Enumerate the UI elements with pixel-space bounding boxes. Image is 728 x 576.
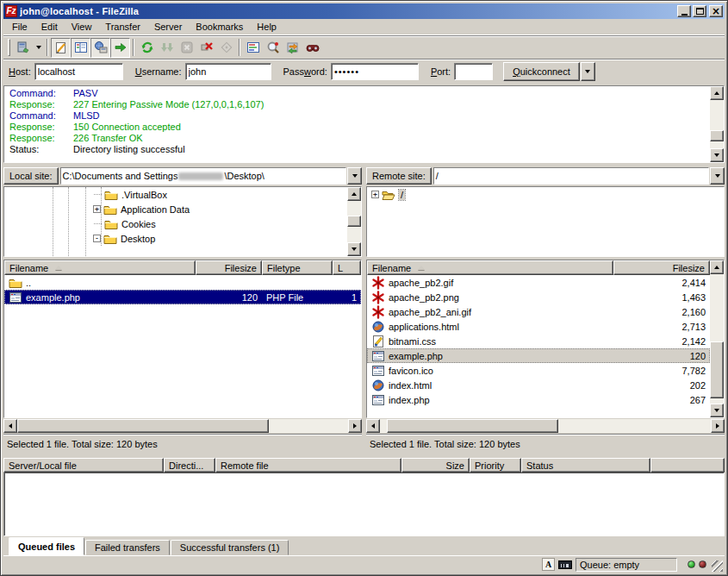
column-header-filesize[interactable]: Filesize: [196, 260, 262, 275]
local-site-combo[interactable]: C:\Documents and Settings\Desktop\: [60, 167, 346, 185]
file-row[interactable]: bitnami.css 2,142: [367, 334, 710, 348]
scroll-left-button[interactable]: [366, 419, 380, 433]
toggle-remote-tree-button[interactable]: [90, 38, 110, 58]
local-file-list: Filename Filesize Filetype L .. example.…: [3, 260, 362, 418]
file-row[interactable]: applications.html 2,713: [367, 319, 710, 334]
scroll-right-button[interactable]: [348, 419, 362, 433]
column-header-server-local-file[interactable]: Server/Local file: [3, 458, 164, 473]
refresh-icon: [140, 41, 154, 54]
tab-failed-transfers[interactable]: Failed transfers: [85, 540, 170, 555]
site-manager-button[interactable]: [13, 38, 33, 58]
scrollbar-thumb[interactable]: [387, 419, 559, 433]
find-files-button[interactable]: [302, 38, 322, 58]
toggle-local-tree-button[interactable]: [71, 38, 90, 58]
column-header-filename[interactable]: Filename: [367, 260, 613, 275]
menu-server[interactable]: Server: [147, 20, 189, 34]
tree-item-desktop[interactable]: - Desktop: [4, 231, 347, 246]
directory-comparison-button[interactable]: [263, 38, 283, 58]
menu-view[interactable]: View: [65, 20, 99, 34]
scroll-down-button[interactable]: [710, 148, 724, 162]
scroll-up-button[interactable]: [710, 260, 724, 274]
column-header-priority[interactable]: Priority: [470, 458, 521, 473]
file-row-example-php[interactable]: example.php 120 PHP File 1: [4, 290, 361, 304]
menu-help[interactable]: Help: [250, 20, 283, 34]
column-header-size[interactable]: Size: [401, 458, 470, 473]
title-bar[interactable]: Fz john@localhost - FileZilla ×: [3, 3, 725, 19]
arrow-left-icon: [6, 423, 12, 429]
remote-site-combo[interactable]: /: [433, 167, 709, 185]
tree-item-virtualbox[interactable]: .VirtualBox: [4, 187, 347, 202]
scroll-left-button[interactable]: [3, 419, 17, 433]
tree-expand-icon[interactable]: +: [93, 205, 101, 213]
minimize-button[interactable]: [677, 5, 691, 17]
folder-icon: [103, 232, 117, 246]
tree-item-cookies[interactable]: Cookies: [4, 216, 347, 231]
close-button[interactable]: ×: [709, 5, 723, 17]
site-manager-dropdown[interactable]: [33, 39, 44, 57]
column-header-remote-file[interactable]: Remote file: [215, 458, 401, 473]
scrollbar-thumb[interactable]: [710, 130, 724, 141]
scrollbar-thumb[interactable]: [17, 419, 269, 433]
username-input[interactable]: [185, 63, 271, 80]
remote-site-dropdown[interactable]: [710, 167, 725, 185]
scroll-up-button[interactable]: [710, 86, 724, 100]
column-header-direction[interactable]: Directi...: [164, 458, 215, 473]
scrollbar-thumb[interactable]: [347, 216, 361, 226]
data-type-indicator-icon[interactable]: A: [542, 558, 555, 571]
scroll-down-button[interactable]: [710, 404, 724, 417]
refresh-button[interactable]: [137, 38, 157, 58]
file-row[interactable]: apache_pb2.gif 2,414: [367, 275, 710, 290]
file-row[interactable]: index.html 202: [367, 378, 710, 392]
file-row[interactable]: index.php 267: [367, 392, 710, 407]
tree-collapse-icon[interactable]: -: [93, 235, 101, 242]
column-header-status[interactable]: Status: [521, 458, 650, 473]
scrollbar-thumb[interactable]: [710, 341, 724, 398]
port-input[interactable]: [454, 63, 493, 80]
speed-limit-icon[interactable]: [558, 560, 572, 569]
directory-listing-filters-button[interactable]: [243, 38, 263, 58]
toolbar-grip[interactable]: [8, 39, 10, 56]
menu-transfer[interactable]: Transfer: [98, 20, 147, 34]
host-input[interactable]: [34, 63, 123, 80]
folder-icon: [9, 276, 22, 290]
synchronized-browsing-button[interactable]: [283, 38, 302, 58]
column-header-filesize[interactable]: Filesize: [613, 260, 710, 275]
quickconnect-button[interactable]: Quickconnect: [503, 62, 580, 81]
tree-item-root[interactable]: + /: [367, 187, 724, 202]
quickconnect-dropdown[interactable]: [581, 62, 595, 81]
column-header-filetype[interactable]: Filetype: [262, 260, 333, 275]
menu-edit[interactable]: Edit: [34, 20, 65, 34]
password-input[interactable]: [331, 63, 419, 80]
maximize-button[interactable]: [693, 5, 706, 17]
local-site-dropdown[interactable]: [347, 167, 362, 185]
scroll-down-button[interactable]: [347, 242, 361, 256]
tree-expand-icon[interactable]: +: [371, 191, 379, 198]
file-row-parent-dir[interactable]: ..: [4, 275, 361, 290]
local-horizontal-scrollbar[interactable]: [3, 419, 362, 433]
local-tree-scrollbar[interactable]: [347, 187, 361, 256]
scroll-up-button[interactable]: [347, 187, 361, 201]
file-row[interactable]: favicon.ico 7,782: [367, 363, 710, 378]
log-scrollbar[interactable]: [710, 86, 724, 162]
tab-queued-files[interactable]: Queued files: [9, 537, 84, 555]
toggle-transfer-queue-button[interactable]: [110, 38, 130, 58]
file-row-example-php[interactable]: example.php 120: [367, 348, 710, 363]
tree-item-application-data[interactable]: + Application Data: [4, 202, 347, 216]
remote-horizontal-scrollbar[interactable]: [366, 419, 725, 433]
column-header-lastmodified[interactable]: L: [333, 260, 361, 275]
file-row[interactable]: apache_pb2_ani.gif 2,160: [367, 304, 710, 319]
remote-list-scrollbar[interactable]: [710, 260, 724, 417]
local-list-header: Filename Filesize Filetype L: [4, 260, 361, 275]
scroll-right-button[interactable]: [711, 419, 725, 433]
toggle-message-log-button[interactable]: [51, 38, 71, 58]
file-row[interactable]: apache_pb2.png 1,463: [367, 290, 710, 304]
column-header-filename[interactable]: Filename: [4, 260, 196, 275]
arrow-down-icon: [714, 409, 719, 415]
menu-bookmarks[interactable]: Bookmarks: [189, 20, 250, 34]
disconnect-icon: [200, 41, 214, 54]
resize-grip[interactable]: [712, 560, 723, 572]
disconnect-button[interactable]: [196, 38, 216, 58]
queue-list-empty: [3, 473, 725, 536]
menu-file[interactable]: File: [5, 20, 34, 34]
tab-successful-transfers[interactable]: Successful transfers (1): [171, 540, 289, 555]
